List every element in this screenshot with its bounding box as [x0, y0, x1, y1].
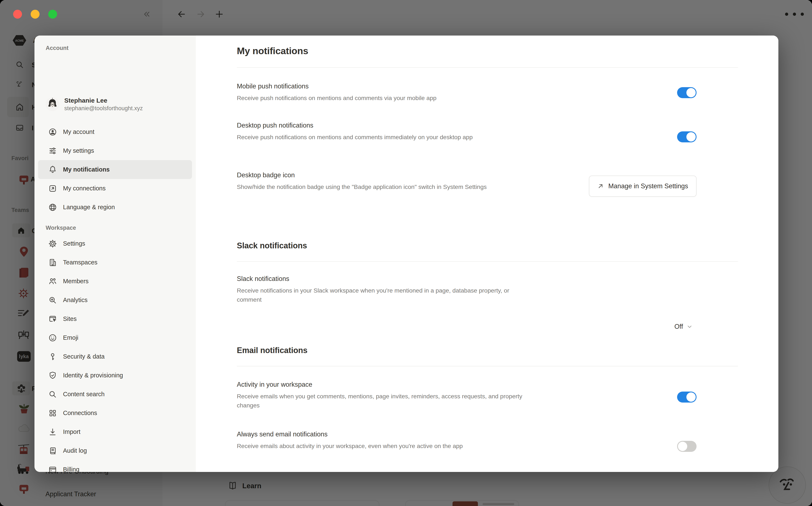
settings-content: My notifications Mobile push notificatio…: [196, 35, 778, 472]
bell-icon: [48, 165, 57, 174]
always-send-desc: Receive emails about activity in your wo…: [237, 441, 463, 450]
minimize-window-button[interactable]: [31, 10, 39, 19]
mobile-push-desc: Receive push notifications on mentions a…: [237, 93, 436, 103]
arrow-up-right-icon: [597, 183, 604, 189]
settings-nav-my-account[interactable]: My account: [38, 122, 192, 141]
desktop-badge-title: Desktop badge icon: [237, 171, 295, 179]
settings-nav-teamspaces[interactable]: Teamspaces: [38, 253, 192, 272]
settings-nav-security-data[interactable]: Security & data: [38, 347, 192, 366]
arrow-down-icon: [48, 427, 57, 437]
globe-icon: [48, 203, 57, 212]
grid-icon: [48, 409, 57, 418]
settings-nav-settings[interactable]: Settings: [38, 234, 192, 253]
settings-nav-import[interactable]: Import: [38, 422, 192, 441]
email-section-heading: Email notifications: [237, 346, 307, 355]
scroll-icon: [48, 446, 57, 455]
divider: [237, 261, 738, 262]
slack-notifications-dropdown[interactable]: Off: [674, 323, 693, 330]
smiley-icon: [48, 333, 57, 342]
dropdown-value: Off: [674, 323, 683, 330]
divider: [237, 366, 738, 366]
sliders-icon: [48, 146, 57, 156]
settings-nav-sites[interactable]: Sites: [38, 310, 192, 328]
settings-nav-my-settings[interactable]: My settings: [38, 141, 192, 160]
settings-nav-list: My account My settings My notifications …: [38, 122, 192, 472]
arrow-up-right-square-icon: [48, 184, 57, 193]
account-user-row[interactable]: Stephanie Lee stephanie@toolsforthought.…: [46, 96, 143, 112]
traffic-lights: [13, 10, 57, 19]
slack-row-title: Slack notifications: [237, 275, 289, 282]
user-email: stephanie@toolsforthought.xyz: [64, 104, 143, 112]
mobile-push-toggle[interactable]: [677, 87, 697, 98]
settings-nav-audit-log[interactable]: Audit log: [38, 441, 192, 460]
activity-title: Activity in your workspace: [237, 381, 312, 389]
person-circle-icon: [48, 128, 57, 137]
settings-nav-content-search[interactable]: Content search: [38, 385, 192, 404]
account-section-label: Account: [46, 45, 196, 52]
settings-nav-my-notifications[interactable]: My notifications: [38, 160, 192, 179]
manage-system-settings-button[interactable]: Manage in System Settings: [589, 176, 697, 197]
magnifier-icon: [48, 390, 57, 399]
desktop-push-desc: Receive push notifications on mentions a…: [237, 133, 473, 142]
user-name: Stephanie Lee: [64, 96, 143, 104]
shield-check-icon: [48, 371, 57, 380]
slack-row-desc: Receive notifications in your Slack work…: [237, 286, 524, 304]
desktop-push-toggle[interactable]: [677, 132, 697, 142]
people-icon: [48, 277, 57, 286]
desktop-badge-desc: Show/hide the notification badge using t…: [237, 182, 487, 191]
avatar: [46, 97, 59, 111]
zoom-window-button[interactable]: [48, 10, 57, 19]
always-send-title: Always send email notifications: [237, 430, 327, 438]
key-icon: [48, 352, 57, 361]
activity-desc: Receive emails when you get comments, me…: [237, 392, 533, 410]
settings-nav-emoji[interactable]: Emoji: [38, 328, 192, 347]
settings-sidebar: Account Stephanie Lee stephanie@toolsfor…: [34, 35, 196, 472]
desktop-push-title: Desktop push notifications: [237, 121, 313, 129]
settings-nav-my-connections[interactable]: My connections: [38, 179, 192, 198]
settings-nav-billing[interactable]: Billing: [38, 460, 192, 472]
activity-toggle[interactable]: [677, 392, 697, 403]
settings-modal: Account Stephanie Lee stephanie@toolsfor…: [34, 35, 778, 472]
mobile-push-title: Mobile push notifications: [237, 83, 309, 90]
always-send-toggle[interactable]: [677, 441, 697, 452]
settings-nav-language-region[interactable]: Language & region: [38, 198, 192, 217]
gear-icon: [48, 239, 57, 248]
page-title: My notifications: [237, 46, 308, 57]
magnifier-sparkle-icon: [48, 296, 57, 305]
settings-nav-members[interactable]: Members: [38, 272, 192, 291]
settings-nav-analytics[interactable]: Analytics: [38, 291, 192, 310]
browser-cursor-icon: [48, 314, 57, 324]
credit-card-icon: [48, 465, 57, 472]
settings-nav-identity-provisioning[interactable]: Identity & provisioning: [38, 366, 192, 385]
settings-nav-connections[interactable]: Connections: [38, 404, 192, 422]
workspace-section-label: Workspace: [46, 225, 192, 231]
divider: [237, 67, 738, 68]
slack-section-heading: Slack notifications: [237, 241, 307, 250]
close-window-button[interactable]: [13, 10, 22, 19]
chevron-down-icon: [686, 323, 693, 330]
screen: ACME A S N H I Favori A Teams C: [0, 0, 812, 506]
building-icon: [48, 258, 57, 267]
